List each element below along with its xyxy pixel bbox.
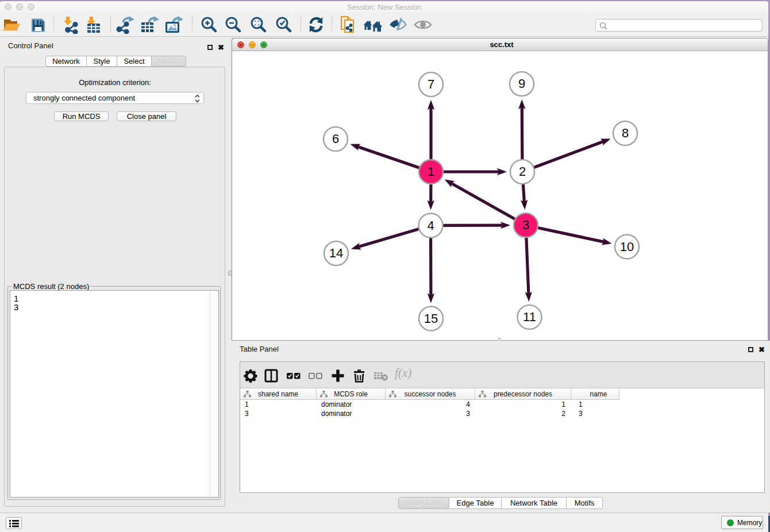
svg-text:14: 14 — [329, 246, 343, 260]
svg-text:11: 11 — [523, 310, 536, 324]
svg-text:7: 7 — [428, 77, 434, 91]
svg-text:2: 2 — [519, 164, 526, 179]
svg-text:4: 4 — [427, 218, 434, 233]
svg-text:8: 8 — [622, 126, 629, 140]
svg-text:3: 3 — [522, 218, 529, 232]
svg-text:6: 6 — [332, 132, 339, 146]
svg-text:1: 1 — [428, 164, 434, 179]
svg-text:10: 10 — [620, 240, 634, 254]
svg-text:9: 9 — [518, 76, 525, 91]
svg-text:15: 15 — [424, 311, 438, 326]
